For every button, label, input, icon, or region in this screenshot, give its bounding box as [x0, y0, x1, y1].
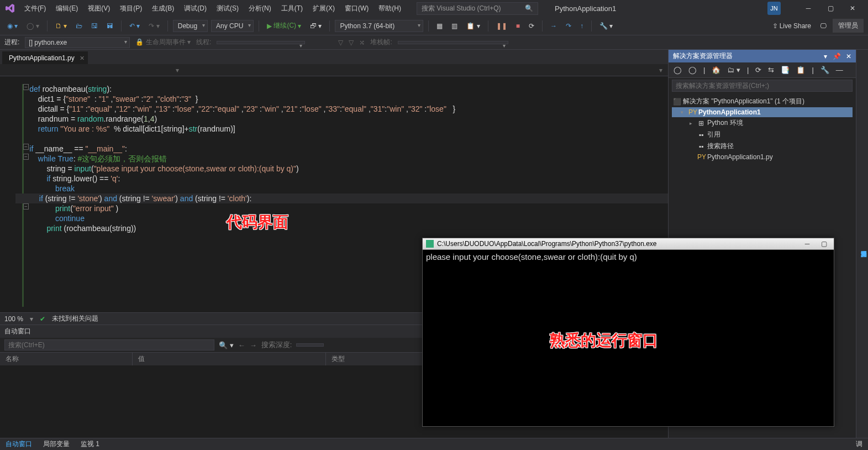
annotation-console: 熟悉的运行窗口 — [550, 330, 658, 351]
project-node[interactable]: ▾ PY PythonApplication1 — [672, 107, 853, 117]
home-icon[interactable]: 🏠 — [710, 65, 722, 75]
menu-window[interactable]: 窗口(W) — [340, 2, 373, 15]
right-dock-tab[interactable]: 解决方案资源管理器 — [856, 50, 868, 438]
process-combo[interactable]: [] python.exe — [25, 37, 130, 48]
tab-autos[interactable]: 自动窗口 — [0, 438, 38, 450]
console-line: please input your choose(stone,swear or … — [426, 252, 637, 261]
save-all-button[interactable]: 🖬 — [104, 20, 116, 32]
nav-right-icon[interactable]: → — [250, 341, 257, 349]
autos-search-input[interactable] — [4, 339, 214, 350]
new-button[interactable]: 🗋 ▾ — [52, 20, 70, 32]
step-into-button[interactable]: → — [548, 20, 560, 32]
zoom-level[interactable]: 100 % — [4, 315, 23, 323]
depth-combo[interactable] — [296, 343, 324, 347]
dropdown-icon[interactable]: ▾ — [824, 53, 827, 60]
back-icon[interactable]: ◯ — [672, 65, 683, 75]
console-min-button[interactable]: ─ — [801, 240, 814, 248]
attach-button[interactable]: 🗗 ▾ — [307, 20, 324, 32]
search-icon[interactable]: 🔍 ▾ — [219, 341, 234, 349]
filter2-icon[interactable]: ▽ — [349, 39, 354, 46]
nav-back-button[interactable]: ◉ ▾ — [4, 20, 20, 32]
menu-debug[interactable]: 调试(D) — [180, 2, 211, 15]
global-search[interactable]: 搜索 Visual Studio (Ctrl+Q) 🔍 — [417, 2, 538, 15]
stackframe-combo[interactable] — [398, 41, 508, 44]
python-env-combo[interactable]: Python 3.7 (64-bit) — [335, 20, 423, 32]
undo-button[interactable]: ↶ ▾ — [127, 20, 143, 32]
solution-root[interactable]: ⬛ 解决方案 "PythonApplication1" (1 个项目) — [672, 96, 853, 107]
annotation-code: 代码界面 — [227, 212, 288, 233]
misc-button[interactable]: 🔧 ▾ — [597, 20, 616, 32]
live-share-button[interactable]: ⇪ Live Share — [770, 20, 814, 32]
minimize-button[interactable]: ─ — [797, 1, 819, 16]
lifecycle-label: 🔒 生命周期事件 ▾ — [135, 38, 191, 47]
tab-locals[interactable]: 局部变量 — [38, 438, 75, 450]
menu-view[interactable]: 视图(V) — [83, 2, 114, 15]
solution-icon: ⬛ — [673, 98, 681, 106]
platform-combo[interactable]: Any CPU — [211, 20, 254, 32]
open-button[interactable]: 🗁 — [73, 20, 85, 32]
close-tab-icon[interactable]: ✕ — [80, 55, 85, 62]
refs-node[interactable]: ▪▪ 引用 — [672, 129, 853, 140]
col-value[interactable]: 值 — [133, 353, 326, 365]
solution-search-input[interactable] — [672, 80, 853, 92]
file-node[interactable]: PY PythonApplication1.py — [672, 152, 853, 162]
env-node[interactable]: ▸ ⊞ Python 环境 — [672, 117, 853, 129]
nav-fwd-button[interactable]: ◯ ▾ — [24, 20, 41, 32]
feedback-button[interactable]: 🖵 — [817, 20, 829, 32]
stop-button[interactable]: ■ — [513, 20, 523, 32]
fwd-icon[interactable]: ◯ — [687, 65, 698, 75]
window-layout-2[interactable]: ▥ — [449, 20, 460, 32]
sync-icon[interactable]: ⇆ — [766, 65, 776, 75]
window-layout-1[interactable]: ▦ — [434, 20, 445, 32]
editor-tab[interactable]: PythonApplication1.py ✕ — [2, 51, 88, 64]
continue-button[interactable]: ▶ 继续(C) ▾ — [264, 19, 304, 32]
window-layout-3[interactable]: 📋 ▾ — [464, 20, 482, 32]
close-icon[interactable]: ✕ — [846, 53, 851, 60]
collapse-icon[interactable]: 📑 — [779, 65, 791, 75]
thread-combo[interactable] — [217, 41, 305, 44]
menu-file[interactable]: 文件(F) — [20, 2, 50, 15]
menu-build[interactable]: 生成(B) — [148, 2, 178, 15]
user-avatar[interactable]: JN — [767, 2, 781, 15]
properties-icon[interactable]: 🔧 — [819, 65, 831, 75]
menu-project[interactable]: 项目(P) — [115, 2, 146, 15]
shuffle-icon[interactable]: ⤭ — [359, 39, 365, 46]
chevron-down-icon[interactable]: ▾ — [681, 109, 686, 115]
tab-right[interactable]: 调 — [850, 438, 868, 450]
filter-icon[interactable]: ▽ — [338, 39, 343, 46]
step-over-button[interactable]: ↷ — [563, 20, 574, 32]
console-output[interactable]: please input your choose(stone,swear or … — [423, 250, 834, 426]
refresh-icon[interactable]: ⟳ — [754, 65, 763, 75]
pin-icon[interactable]: 📌 — [833, 53, 841, 60]
copy-icon[interactable]: 📋 — [795, 65, 807, 75]
config-combo[interactable]: Debug — [173, 20, 208, 32]
step-out-button[interactable]: ↑ — [577, 20, 586, 32]
col-name[interactable]: 名称 — [0, 353, 133, 365]
redo-button[interactable]: ↷ ▾ — [146, 20, 162, 32]
menu-test[interactable]: 测试(S) — [212, 2, 243, 15]
menu-analyze[interactable]: 分析(N) — [244, 2, 276, 15]
search-placeholder: 搜索 Visual Studio (Ctrl+Q) — [422, 4, 501, 13]
nav-left-icon[interactable]: ← — [238, 341, 245, 349]
tab-watch[interactable]: 监视 1 — [75, 438, 105, 450]
menu-edit[interactable]: 编辑(E) — [51, 2, 82, 15]
editor-tabstrip: PythonApplication1.py ✕ — [0, 50, 668, 64]
maximize-button[interactable]: ▢ — [819, 1, 841, 16]
pause-button[interactable]: ❚❚ — [493, 20, 510, 32]
chevron-right-icon[interactable]: ▸ — [690, 121, 695, 126]
process-label: 进程: — [4, 38, 19, 47]
save-button[interactable]: 🖫 — [88, 20, 101, 32]
close-button[interactable]: ✕ — [841, 1, 864, 16]
vs-logo-icon — [4, 3, 15, 14]
preview-icon[interactable]: — — [834, 65, 845, 75]
menu-help[interactable]: 帮助(H) — [374, 2, 406, 15]
console-titlebar[interactable]: C:\Users\DUODUO\AppData\Local\Programs\P… — [423, 238, 834, 250]
restart-button[interactable]: ⟳ — [526, 20, 537, 32]
console-max-button[interactable]: ▢ — [817, 240, 830, 248]
issues-text: 未找到相关问题 — [52, 314, 98, 323]
menu-tools[interactable]: 工具(T) — [277, 2, 307, 15]
search-paths-node[interactable]: ▪▪ 搜索路径 — [672, 140, 853, 152]
app-title: PythonApplication1 — [555, 4, 762, 13]
menu-extensions[interactable]: 扩展(X) — [308, 2, 339, 15]
show-all-icon[interactable]: 🗂 ▾ — [725, 65, 742, 75]
